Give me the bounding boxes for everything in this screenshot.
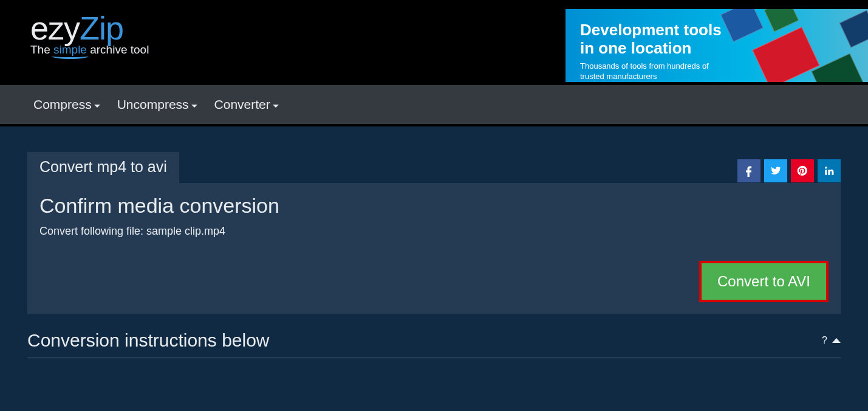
nav-converter-label: Converter: [214, 97, 270, 112]
logo-part1: ezy: [30, 10, 80, 46]
tagline: The simple archive tool: [30, 43, 149, 57]
help-icon: ?: [822, 335, 827, 346]
facebook-icon: [743, 165, 755, 177]
main-content: Convert mp4 to avi Confirm media convers…: [0, 126, 868, 411]
tagline-mid: simple: [53, 43, 87, 57]
facebook-share-button[interactable]: [737, 159, 760, 182]
instructions-toggle[interactable]: ?: [822, 335, 841, 346]
tagline-post: archive tool: [87, 43, 149, 56]
nav-uncompress-label: Uncompress: [117, 97, 189, 112]
pinterest-icon: [796, 165, 808, 177]
file-label: Convert following file: sample clip.mp4: [39, 225, 829, 238]
chevron-down-icon: [94, 105, 100, 108]
button-row: Convert to AVI: [39, 261, 829, 302]
pinterest-share-button[interactable]: [791, 159, 814, 182]
chevron-down-icon: [273, 105, 279, 108]
top-row: Convert mp4 to avi: [27, 152, 841, 183]
convert-button[interactable]: Convert to AVI: [699, 261, 829, 302]
chevron-up-icon: [832, 338, 841, 343]
twitter-share-button[interactable]: [764, 159, 787, 182]
page-tab: Convert mp4 to avi: [27, 152, 179, 183]
ad-graphics: [716, 9, 868, 82]
ad-subtitle: Thousands of tools from hundreds of trus…: [580, 61, 714, 82]
header: ezyZip The simple archive tool Developme…: [0, 0, 868, 85]
linkedin-share-button[interactable]: [818, 159, 841, 182]
main-nav: Compress Uncompress Converter: [0, 85, 868, 126]
instructions-header[interactable]: Conversion instructions below ?: [27, 330, 841, 357]
nav-converter[interactable]: Converter: [214, 97, 279, 112]
social-share-row: [737, 159, 841, 182]
chevron-down-icon: [191, 105, 197, 108]
ad-banner[interactable]: Development tools in one location Thousa…: [566, 9, 868, 82]
nav-compress[interactable]: Compress: [33, 97, 100, 112]
logo-text: ezyZip: [30, 9, 149, 47]
linkedin-icon: [823, 165, 835, 177]
logo[interactable]: ezyZip The simple archive tool: [30, 9, 149, 57]
nav-uncompress[interactable]: Uncompress: [117, 97, 197, 112]
conversion-panel: Confirm media conversion Convert followi…: [27, 183, 841, 314]
panel-heading: Confirm media conversion: [39, 194, 829, 218]
instructions-heading: Conversion instructions below: [27, 330, 270, 351]
nav-compress-label: Compress: [33, 97, 92, 112]
tagline-pre: The: [30, 43, 53, 56]
logo-part2: Zip: [80, 10, 123, 46]
twitter-icon: [770, 165, 782, 177]
